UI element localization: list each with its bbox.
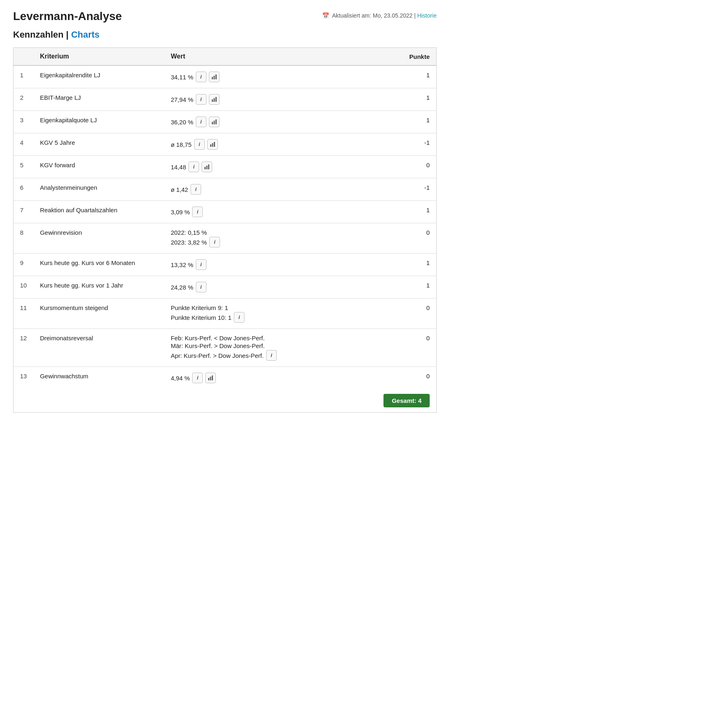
- row-nr: 5: [13, 156, 34, 178]
- svg-rect-3: [212, 99, 213, 102]
- charts-link[interactable]: Charts: [71, 29, 100, 40]
- row-punkte: 0: [400, 156, 437, 178]
- table-row: 9Kurs heute gg. Kurs vor 6 Monaten13,32 …: [13, 254, 437, 276]
- table-row: 13Gewinnwachstum4,94 %i0: [13, 367, 437, 389]
- table-row: 11Kursmomentum steigendPunkte Kriterium …: [13, 299, 437, 329]
- info-button[interactable]: i: [196, 282, 206, 292]
- row-nr: 1: [13, 65, 34, 88]
- row-kriterium: Reaktion auf Quartalszahlen: [34, 201, 164, 223]
- svg-rect-15: [208, 378, 209, 380]
- row-kriterium: Kursmomentum steigend: [34, 299, 164, 329]
- wert-main: 24,28 %: [171, 284, 193, 291]
- row-kriterium: EBIT-Marge LJ: [34, 88, 164, 111]
- svg-rect-11: [214, 142, 215, 147]
- info-button[interactable]: i: [192, 207, 203, 217]
- row-wert: ø 18,75i: [164, 133, 400, 156]
- row-punkte: 0: [400, 223, 437, 254]
- svg-rect-4: [213, 98, 215, 102]
- svg-rect-1: [213, 76, 215, 79]
- info-button[interactable]: i: [191, 184, 201, 195]
- row-nr: 8: [13, 223, 34, 254]
- info-button[interactable]: i: [196, 94, 206, 105]
- table-row: 2EBIT-Marge LJ27,94 %i1: [13, 88, 437, 111]
- row-kriterium: KGV 5 Jahre: [34, 133, 164, 156]
- row-kriterium: Analystenmeinungen: [34, 178, 164, 201]
- chart-button[interactable]: [207, 139, 218, 150]
- row-kriterium: KGV forward: [34, 156, 164, 178]
- row-punkte: -1: [400, 178, 437, 201]
- kennzahlen-table: Kriterium Wert Punkte 1Eigenkapitalrendi…: [13, 47, 437, 413]
- chart-button[interactable]: [205, 373, 216, 383]
- footer-row: Gesamt: 4: [13, 389, 437, 413]
- row-wert: ø 1,42i: [164, 178, 400, 201]
- col-header-punkte: Punkte: [400, 48, 437, 66]
- chart-button[interactable]: [202, 162, 212, 172]
- kennzahlen-label[interactable]: Kennzahlen: [13, 29, 63, 40]
- row-punkte: 0: [400, 299, 437, 329]
- row-wert: 13,32 %i: [164, 254, 400, 276]
- wert-extra: Punkte Kriterium 10: 1: [171, 314, 231, 321]
- svg-rect-9: [210, 144, 211, 147]
- chart-button[interactable]: [209, 72, 220, 82]
- info-button[interactable]: i: [234, 312, 244, 323]
- row-wert: 24,28 %i: [164, 276, 400, 299]
- row-wert: 4,94 %i: [164, 367, 400, 389]
- row-punkte: 1: [400, 65, 437, 88]
- chart-button[interactable]: [209, 117, 220, 127]
- row-wert: 36,20 %i: [164, 111, 400, 133]
- row-punkte: 0: [400, 367, 437, 389]
- info-button[interactable]: i: [188, 162, 199, 172]
- row-nr: 10: [13, 276, 34, 299]
- row-wert: 2022: 0,15 %2023: 3,82 %i: [164, 223, 400, 254]
- row-punkte: 0: [400, 329, 437, 367]
- row-wert: 14,48i: [164, 156, 400, 178]
- info-button[interactable]: i: [196, 117, 206, 127]
- row-kriterium: Kurs heute gg. Kurs vor 1 Jahr: [34, 276, 164, 299]
- info-button[interactable]: i: [196, 259, 206, 270]
- col-header-wert: Wert: [164, 48, 400, 66]
- svg-rect-0: [212, 77, 213, 79]
- svg-rect-13: [206, 166, 208, 169]
- wert-main: 14,48: [171, 164, 186, 171]
- calendar-icon: 📅: [322, 12, 329, 19]
- wert-extra: 2023: 3,82 %: [171, 239, 207, 246]
- update-text: Aktualisiert am: Mo, 23.05.2022: [332, 12, 413, 19]
- info-button[interactable]: i: [196, 72, 206, 82]
- wert-main: 3,09 %: [171, 209, 190, 216]
- info-button[interactable]: i: [209, 237, 220, 247]
- table-row: 5KGV forward14,48i0: [13, 156, 437, 178]
- svg-rect-17: [212, 375, 213, 380]
- separator: |: [66, 29, 69, 40]
- row-wert: 34,11 %i: [164, 65, 400, 88]
- svg-rect-12: [204, 167, 206, 169]
- table-row: 6Analystenmeinungenø 1,42i-1: [13, 178, 437, 201]
- chart-button[interactable]: [209, 94, 220, 105]
- svg-rect-10: [212, 143, 213, 147]
- wert-main: 4,94 %: [171, 375, 190, 382]
- wert-main: 2022: 0,15 %: [171, 229, 207, 236]
- row-nr: 3: [13, 111, 34, 133]
- wert-main: ø 1,42: [171, 186, 188, 193]
- col-header-nr: [13, 48, 34, 66]
- info-button[interactable]: i: [194, 139, 205, 150]
- row-nr: 2: [13, 88, 34, 111]
- row-kriterium: Eigenkapitalquote LJ: [34, 111, 164, 133]
- table-row: 8Gewinnrevision2022: 0,15 %2023: 3,82 %i…: [13, 223, 437, 254]
- row-nr: 4: [13, 133, 34, 156]
- row-punkte: 1: [400, 201, 437, 223]
- row-wert: 27,94 %i: [164, 88, 400, 111]
- table-row: 10Kurs heute gg. Kurs vor 1 Jahr24,28 %i…: [13, 276, 437, 299]
- row-nr: 6: [13, 178, 34, 201]
- wert-extra: Mär: Kurs-Perf. > Dow Jones-Perf.: [171, 342, 265, 349]
- row-punkte: -1: [400, 133, 437, 156]
- gesamt-badge: Gesamt: 4: [383, 394, 430, 407]
- wert-main: 36,20 %: [171, 119, 193, 126]
- info-button[interactable]: i: [192, 373, 203, 383]
- svg-rect-7: [213, 121, 215, 124]
- history-link[interactable]: Historie: [417, 12, 437, 19]
- row-nr: 9: [13, 254, 34, 276]
- row-kriterium: Kurs heute gg. Kurs vor 6 Monaten: [34, 254, 164, 276]
- info-button[interactable]: i: [266, 350, 277, 361]
- row-kriterium: Eigenkapitalrendite LJ: [34, 65, 164, 88]
- table-row: 7Reaktion auf Quartalszahlen3,09 %i1: [13, 201, 437, 223]
